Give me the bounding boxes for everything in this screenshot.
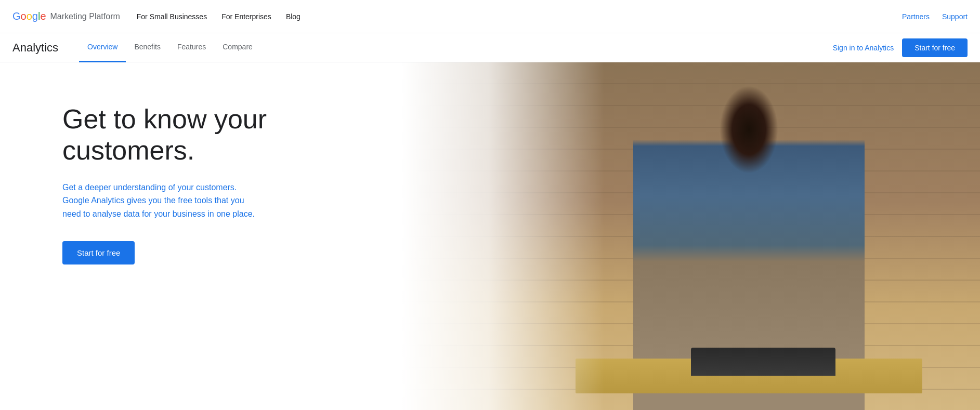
product-name: Marketing Platform [50, 12, 120, 21]
tab-features[interactable]: Features [169, 33, 214, 62]
hero-heading: Get to know your customers. [62, 104, 322, 166]
hero-content: Get to know your customers. Get a deeper… [0, 62, 322, 306]
logo-letter-o1: o [21, 10, 27, 22]
start-for-free-button-header[interactable]: Start for free [902, 38, 968, 57]
top-nav-links: For Small Businesses For Enterprises Blo… [137, 12, 902, 21]
logo-letter-g: G [12, 10, 21, 22]
google-logo: Google [12, 10, 46, 22]
secondary-nav-links: Overview Benefits Features Compare [79, 33, 833, 62]
nav-link-blog[interactable]: Blog [286, 12, 300, 21]
secondary-navigation: Analytics Overview Benefits Features Com… [0, 33, 980, 62]
hero-section: Get to know your customers. Get a deeper… [0, 62, 980, 410]
logo-letter-o2: o [27, 10, 32, 22]
sign-in-analytics-link[interactable]: Sign in to Analytics [833, 44, 894, 52]
tab-compare[interactable]: Compare [214, 33, 261, 62]
tab-overview[interactable]: Overview [79, 33, 126, 62]
nav-link-small-businesses[interactable]: For Small Businesses [137, 12, 207, 21]
support-link[interactable]: Support [942, 12, 968, 21]
analytics-title: Analytics [12, 41, 58, 55]
logo-letter-g2: g [32, 10, 38, 22]
top-navigation: Google Marketing Platform For Small Busi… [0, 0, 980, 33]
nav-link-enterprises[interactable]: For Enterprises [221, 12, 271, 21]
top-nav-right: Partners Support [902, 12, 968, 21]
tab-benefits[interactable]: Benefits [126, 33, 169, 62]
hero-fade-overlay [402, 62, 980, 410]
hero-description: Get a deeper understanding of your custo… [62, 181, 260, 221]
partners-link[interactable]: Partners [902, 12, 930, 21]
hero-image [402, 62, 980, 410]
google-logo-link[interactable]: Google Marketing Platform [12, 10, 120, 22]
hero-start-free-button[interactable]: Start for free [62, 241, 135, 264]
logo-letter-e: e [40, 10, 46, 22]
secondary-nav-right: Sign in to Analytics Start for free [833, 38, 968, 57]
